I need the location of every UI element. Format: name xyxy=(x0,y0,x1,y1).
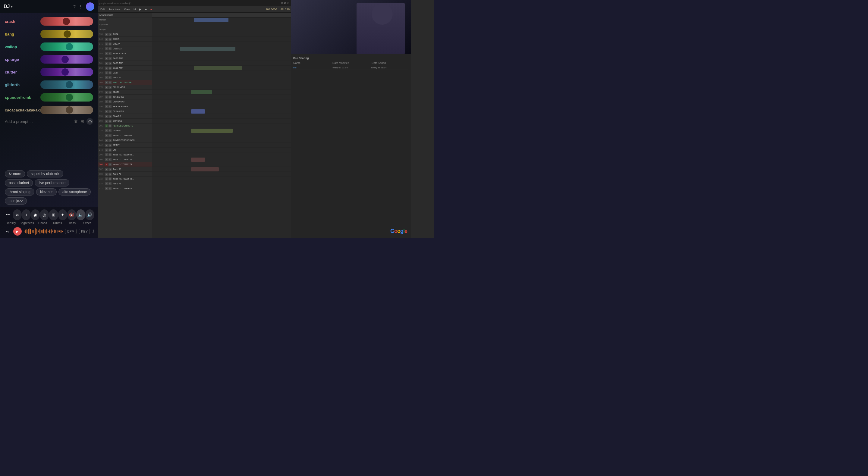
timeline-row[interactable] xyxy=(152,138,291,143)
track-mute[interactable]: M xyxy=(105,57,108,60)
track-solo[interactable]: S xyxy=(108,62,112,65)
cacacack-slider[interactable] xyxy=(40,106,93,114)
table-row[interactable]: 187 M S TONED 808 xyxy=(98,95,152,99)
splurge-thumb[interactable] xyxy=(61,56,69,63)
track-mute[interactable]: M xyxy=(105,129,108,132)
splurge-slider[interactable] xyxy=(40,55,93,64)
help-icon[interactable]: ? xyxy=(73,4,76,9)
timeline-row[interactable] xyxy=(152,61,291,66)
user-avatar[interactable] xyxy=(86,2,94,11)
track-mute[interactable]: M xyxy=(105,105,108,108)
track-solo[interactable]: S xyxy=(108,149,112,152)
track-solo[interactable]: S xyxy=(108,110,112,113)
track-mute[interactable]: M xyxy=(105,91,108,94)
table-row[interactable]: 189 M S LINN DRUM xyxy=(98,99,152,104)
tag-alto-saxophone[interactable]: alto saxophone xyxy=(59,188,91,195)
tag-live-performance[interactable]: live performance xyxy=(35,179,69,187)
track-mute[interactable]: M xyxy=(105,67,108,70)
track-mute[interactable]: M xyxy=(105,95,108,98)
add-prompt-input[interactable] xyxy=(5,119,71,124)
track-solo[interactable]: S xyxy=(108,168,112,171)
glitforth-slider[interactable] xyxy=(40,81,93,89)
spunderfromb-slider[interactable] xyxy=(40,93,93,101)
track-solo[interactable]: S xyxy=(108,178,112,181)
daw-stop-btn[interactable]: ■ xyxy=(144,7,148,11)
track-mute[interactable]: M xyxy=(105,149,108,152)
timeline-row[interactable] xyxy=(152,119,291,124)
track-mute[interactable]: M xyxy=(105,86,108,89)
add-icon[interactable]: + xyxy=(22,210,31,220)
dj-dropdown-icon[interactable]: ▾ xyxy=(11,4,13,9)
glitforth-thumb[interactable] xyxy=(66,81,73,88)
wave-icon[interactable]: 〜 xyxy=(4,210,13,220)
timeline-row[interactable] xyxy=(152,75,291,80)
clutter-slider[interactable] xyxy=(40,68,93,76)
table-row[interactable]: 201 M S PERCUSSION / KITS xyxy=(98,124,152,128)
table-row[interactable]: 308 M S Audio 70 xyxy=(98,172,152,177)
track-solo-140[interactable]: S xyxy=(108,38,112,41)
track-solo[interactable]: S xyxy=(108,71,112,74)
track-mute[interactable]: M xyxy=(105,100,108,103)
timeline-row[interactable] xyxy=(152,133,291,138)
track-mute[interactable]: M xyxy=(105,153,108,156)
delete-prompt-icon[interactable]: 🗑 xyxy=(74,119,78,124)
timeline-row[interactable] xyxy=(152,104,291,109)
spunderfromb-thumb[interactable] xyxy=(66,94,73,101)
mute-icon[interactable]: 🔇 xyxy=(67,210,76,220)
timeline-row[interactable] xyxy=(152,167,291,172)
table-row[interactable]: 317 M S music-fx-172980610... xyxy=(98,186,152,191)
timeline-row[interactable] xyxy=(152,37,291,41)
timeline-row[interactable] xyxy=(152,143,291,148)
track-solo[interactable]: S xyxy=(108,100,112,103)
track-solo[interactable]: S xyxy=(108,163,112,166)
timeline-row[interactable] xyxy=(152,90,291,95)
wallop-slider[interactable] xyxy=(40,42,93,51)
table-row[interactable]: 160 M S BASS AMP xyxy=(98,56,152,61)
track-solo[interactable]: S xyxy=(108,76,112,79)
table-row[interactable]: 172 M S BEATS xyxy=(98,90,152,95)
table-row[interactable]: 161 M S BASS AMP xyxy=(98,61,152,66)
table-row[interactable]: 315 M S music-fx-172980542... xyxy=(98,177,152,181)
track-solo[interactable]: S xyxy=(108,172,112,176)
track-solo[interactable]: S xyxy=(108,129,112,132)
track-solo[interactable]: S xyxy=(108,67,112,70)
table-row[interactable]: 190 M S PEACH SNARE xyxy=(98,104,152,109)
tag-latin-jazz[interactable]: latin jazz xyxy=(5,197,27,204)
play-button[interactable]: ▶ xyxy=(13,227,22,235)
track-solo[interactable]: S xyxy=(108,42,112,45)
crash-thumb[interactable] xyxy=(63,18,70,25)
table-row[interactable]: 133 M S TUBA xyxy=(98,32,152,37)
timeline-row[interactable] xyxy=(152,109,291,114)
timeline-row[interactable] xyxy=(152,22,291,27)
table-row[interactable]: 169 M S ELECTRIC GUITAR xyxy=(98,80,152,85)
daw-view-btn[interactable]: View xyxy=(123,7,131,11)
table-row[interactable]: 217 M S music-fx-172980500... xyxy=(98,133,152,138)
track-solo[interactable]: S xyxy=(108,158,112,161)
track-solo[interactable]: S xyxy=(108,115,112,118)
wallop-thumb[interactable] xyxy=(66,43,73,50)
table-row[interactable]: 162 M S BASS AMP xyxy=(98,66,152,70)
volume-low-icon[interactable]: 🔈 xyxy=(76,210,85,220)
track-solo[interactable]: S xyxy=(108,120,112,123)
timeline-row[interactable] xyxy=(152,153,291,157)
table-row[interactable]: 146 M S BASS SYNTH xyxy=(98,51,152,56)
tag-squelchy[interactable]: squelchy club mix xyxy=(27,170,63,178)
track-solo[interactable]: S xyxy=(108,153,112,156)
share-icon[interactable]: ⤴ xyxy=(92,229,94,234)
volume-high-icon[interactable]: 🔊 xyxy=(85,210,94,220)
timeline-row[interactable] xyxy=(152,18,291,22)
track-solo[interactable]: S xyxy=(108,144,112,147)
add-to-list-icon[interactable]: ⊞ xyxy=(81,119,84,124)
track-solo[interactable]: S xyxy=(108,91,112,94)
timeline-row[interactable] xyxy=(152,148,291,153)
table-row[interactable]: 316 M S Audio 71 xyxy=(98,181,152,186)
record-icon[interactable]: ⊙ xyxy=(87,118,93,125)
more-options-icon[interactable]: ⋮ xyxy=(79,4,83,9)
track-mute[interactable]: M xyxy=(105,120,108,123)
timeline-row[interactable] xyxy=(152,95,291,99)
tag-throat-singing[interactable]: throat singing xyxy=(5,188,34,195)
timeline-row[interactable] xyxy=(152,66,291,70)
daw-edit-btn[interactable]: Edit xyxy=(99,7,106,11)
track-solo[interactable]: S xyxy=(108,139,112,142)
track-mute[interactable]: M xyxy=(105,62,108,65)
